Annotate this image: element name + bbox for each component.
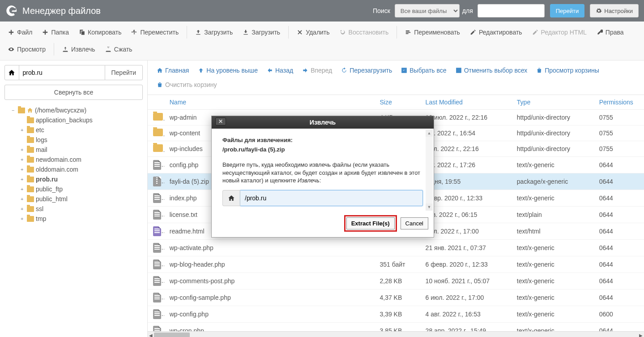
copy-button[interactable]: Копировать: [74, 24, 126, 40]
edit-icon: [470, 29, 476, 35]
scroll-down-icon[interactable]: ▼: [426, 203, 433, 211]
search-go-button[interactable]: Перейти: [550, 4, 585, 17]
table-row[interactable]: wp-config.php3,39 KB4 авг. 2022 г., 16:5…: [148, 306, 644, 323]
tree-root[interactable]: − (/home/bwcycxzw): [12, 105, 143, 115]
file-name: wp-comments-post.php: [164, 273, 375, 289]
perms-button[interactable]: Права: [592, 24, 628, 40]
folder-icon: [153, 144, 163, 152]
dialog-scrollbar[interactable]: ▲ ▼: [426, 130, 433, 211]
tree-node-public-ftp[interactable]: +public_ftp: [21, 184, 143, 194]
col-name[interactable]: Name: [164, 95, 375, 110]
file-button[interactable]: Файл: [4, 24, 37, 40]
copy-icon: [79, 29, 85, 35]
folder-icon: [27, 167, 34, 173]
col-modified[interactable]: Last Modified: [420, 95, 512, 110]
close-icon[interactable]: ✕: [215, 117, 226, 125]
unselect-all[interactable]: Отменить выбор всех: [452, 64, 531, 77]
settings-button[interactable]: Настройки: [590, 4, 639, 17]
delete-button[interactable]: Удалить: [292, 24, 334, 40]
extract-files-button[interactable]: Extract File(s): [346, 217, 395, 229]
top-header: Менеджер файлов Поиск Все ваши файлы для…: [0, 0, 644, 22]
table-row[interactable]: wp-activate.php21 янв. 2021 г., 07:37tex…: [148, 240, 644, 256]
folder-icon: [27, 177, 34, 182]
eye-icon: [8, 46, 14, 52]
select-all[interactable]: Выбрать все: [397, 64, 450, 77]
scroll-up-icon[interactable]: ▲: [426, 130, 433, 137]
file-name: wp-activate.php: [164, 240, 375, 256]
tree-node-public-html[interactable]: +public_html: [21, 194, 143, 204]
nav-up[interactable]: На уровень выше: [194, 64, 261, 77]
table-row[interactable]: wp-config-sample.php4,37 KB6 июл. 2022 г…: [148, 289, 644, 306]
col-type[interactable]: Type: [512, 95, 594, 110]
archive-icon: [153, 177, 161, 186]
scroll-right-icon[interactable]: ▶: [638, 332, 644, 337]
home-icon: [27, 107, 33, 113]
view-trash[interactable]: Просмотр корзины: [533, 64, 603, 77]
folder-icon: [153, 113, 163, 121]
rename-button[interactable]: Переименовать: [401, 24, 465, 40]
sidebar-home-button[interactable]: [4, 65, 19, 80]
main-toolbar: Файл Папка Копировать Переместить Загруз…: [0, 22, 644, 60]
extract-button[interactable]: Извлечь: [58, 41, 100, 57]
restore-icon: [340, 29, 346, 35]
tree-node-ssl[interactable]: +ssl: [21, 204, 143, 214]
horizontal-scrollbar[interactable]: ◀ ▶: [148, 331, 644, 337]
dialog-home-button[interactable]: [222, 190, 240, 206]
compress-button[interactable]: Сжать: [101, 41, 137, 57]
view-button[interactable]: Просмотр: [4, 41, 50, 57]
col-size[interactable]: Size: [374, 95, 420, 110]
nav-reload[interactable]: Перезагрузить: [337, 64, 396, 77]
tree-node-newdomain-com[interactable]: +newdomain.com: [21, 155, 143, 164]
folder-button[interactable]: Папка: [38, 24, 73, 40]
tree-node-tmp[interactable]: +tmp: [21, 214, 143, 224]
nav-home[interactable]: Главная: [153, 64, 192, 77]
path-input[interactable]: [19, 65, 105, 80]
file-icon: [153, 160, 161, 170]
html-file-icon: [153, 226, 161, 236]
path-go-button[interactable]: Перейти: [105, 65, 143, 80]
collapse-all-button[interactable]: Свернуть все: [4, 85, 143, 100]
restore-button[interactable]: Восстановить: [335, 24, 393, 40]
extract-path-input[interactable]: [240, 190, 423, 206]
search-scope-select[interactable]: Все ваши файлы: [395, 4, 460, 17]
search-input[interactable]: [478, 4, 545, 17]
upload-icon: [195, 29, 201, 35]
download-button[interactable]: Загрузить: [238, 24, 285, 40]
home-icon: [157, 67, 163, 73]
dialog-titlebar[interactable]: ✕ Извлечь: [212, 116, 434, 129]
table-row[interactable]: wp-blog-header.php351 байт6 февр. 2020 г…: [148, 256, 644, 273]
table-row[interactable]: wp-comments-post.php2,28 KB10 нояб. 2021…: [148, 273, 644, 289]
tree-node-etc[interactable]: +etc: [21, 125, 143, 135]
col-perms[interactable]: Permissions: [594, 95, 644, 110]
file-icon: [153, 259, 161, 269]
dialog-files-label: Файлы для извлечения:: [222, 137, 423, 143]
tree-node-mail[interactable]: +mail: [21, 145, 143, 155]
tree-node-logs[interactable]: logs: [21, 135, 143, 145]
check-icon: [401, 67, 407, 73]
upload-button[interactable]: Загрузить: [191, 24, 237, 40]
plus-icon: [42, 29, 48, 35]
cancel-button[interactable]: Cancel: [401, 217, 428, 229]
html-editor-button[interactable]: Редактор HTML: [528, 24, 591, 40]
highlight-annotation: Extract File(s): [344, 215, 397, 232]
table-row[interactable]: wp-cron.php3,85 KB28 апр. 2022 г., 15:49…: [148, 323, 644, 332]
folder-icon: [27, 186, 34, 192]
arrow-left-icon: [267, 67, 273, 73]
delete-icon: [297, 29, 303, 35]
dialog-source-path: /prob.ru/fayli-da (5).zip: [222, 146, 423, 153]
reload-icon: [341, 67, 347, 73]
unselect-icon: [456, 67, 462, 73]
tree-node-olddomain-com[interactable]: +olddomain.com: [21, 164, 143, 174]
edit-button[interactable]: Редактировать: [465, 24, 527, 40]
arrow-up-icon: [198, 67, 204, 73]
file-icon: [153, 210, 161, 220]
folder-tree: − (/home/bwcycxzw) application_backups+e…: [4, 105, 143, 224]
nav-back[interactable]: Назад: [263, 64, 297, 77]
scroll-left-icon[interactable]: ◀: [148, 332, 154, 337]
rename-icon: [405, 29, 411, 35]
empty-trash[interactable]: Очистить корзину: [153, 78, 221, 91]
tree-node-application-backups[interactable]: application_backups: [21, 115, 143, 125]
move-button[interactable]: Переместить: [127, 24, 183, 40]
tree-node-prob-ru[interactable]: +prob.ru: [21, 174, 143, 184]
nav-forward[interactable]: Вперед: [299, 64, 336, 77]
